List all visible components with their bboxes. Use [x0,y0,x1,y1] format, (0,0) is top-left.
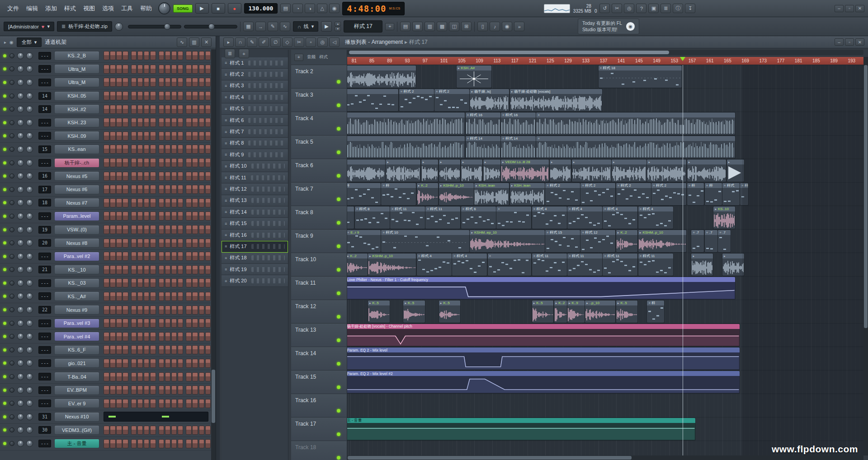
playlist-clip[interactable]: ▸ [550,160,571,182]
track-header[interactable]: Track 2 [291,65,347,89]
time-display[interactable]: 4:48:00 M:S:CS [342,2,405,15]
track-led[interactable] [337,291,340,295]
channel-volume-knob[interactable] [26,132,33,139]
step-cell[interactable] [205,105,211,114]
step-cell[interactable] [150,172,156,181]
playlist-clip[interactable]: ≡样式 4 [603,207,637,229]
channel-mute-button[interactable] [9,187,14,192]
channel-pan-knob[interactable] [17,132,24,139]
step-cell[interactable] [178,158,184,167]
playlist-clip[interactable]: ▸K..2 [554,300,567,323]
step-cell[interactable] [110,372,116,381]
channel-pan-knob[interactable] [17,413,24,420]
typing-keyboard-icon[interactable]: ▤ [280,4,291,13]
channel-led[interactable] [3,174,6,178]
step-cell[interactable] [205,439,211,448]
step-cell[interactable] [110,345,116,354]
channel-volume-knob[interactable] [26,266,33,273]
track-header[interactable]: Track 10 [291,253,347,277]
step-cell[interactable] [178,198,184,207]
step-cell[interactable] [137,198,143,207]
channel-led[interactable] [3,335,6,338]
step-cell[interactable] [199,319,205,328]
step-cell[interactable] [178,91,184,100]
channel-button[interactable]: EV..BPM [54,385,99,395]
playlist-clip[interactable]: ▸KSHM..ep_10 [470,230,544,252]
step-cell[interactable] [110,319,116,328]
step-cell[interactable] [123,439,128,448]
step-cell[interactable] [186,385,192,394]
channel-button[interactable]: Nexus #10 [54,412,99,422]
step-cell[interactable] [192,131,198,141]
step-cell[interactable] [159,439,165,448]
scissors-icon[interactable]: ✂ [612,4,622,13]
step-cell[interactable] [159,265,165,274]
step-cell[interactable] [192,252,198,261]
step-cell[interactable] [171,265,177,274]
playlist-clip[interactable]: ▸ [386,160,420,182]
step-cell[interactable] [104,385,109,394]
step-cell[interactable] [150,158,156,167]
step-cell[interactable] [144,172,150,181]
playlist-clip[interactable]: ≡样式 12 [580,230,615,252]
channel-volume-knob[interactable] [26,119,33,126]
step-cell[interactable] [123,385,128,394]
step-cell[interactable] [159,105,165,114]
step-cell[interactable] [150,372,156,381]
track-header[interactable]: Track 5 [291,136,347,159]
step-cell[interactable] [144,265,150,274]
step-cell[interactable] [110,332,116,341]
step-cell[interactable] [137,118,143,127]
master-volume-slider[interactable] [128,25,181,28]
pattern-item[interactable]: ≡样式 20 [222,275,288,286]
pattern-item[interactable]: ≡样式 2 [222,69,288,80]
channel-button[interactable]: gio..021 [54,358,99,368]
step-cell[interactable] [165,185,171,194]
track-led[interactable] [337,244,340,248]
step-cell[interactable] [199,252,205,261]
step-cell[interactable] [123,198,128,207]
step-cell[interactable] [159,278,165,287]
detach-icon[interactable]: ◉ [9,40,14,45]
playlist-vertical-scrollbar[interactable] [863,57,868,455]
step-cell[interactable] [159,198,165,207]
step-cell[interactable] [165,78,171,87]
step-cell[interactable] [159,91,165,100]
step-cell[interactable] [192,372,198,381]
step-cell[interactable] [178,265,184,274]
step-cell[interactable] [199,78,205,87]
step-cell[interactable] [150,225,156,234]
step-cell[interactable] [178,131,184,141]
step-cell[interactable] [123,118,128,127]
step-cell[interactable] [144,51,150,60]
track-header[interactable]: Track 12 [291,300,347,324]
step-cell[interactable] [165,426,171,435]
plugin-picker-icon[interactable]: ⊞ [461,22,472,31]
step-cell[interactable] [116,319,122,328]
song-mode-led[interactable]: SONG [173,5,193,13]
playlist-maximize-button[interactable]: ▫ [845,38,854,46]
step-cell[interactable] [199,131,205,141]
step-cell[interactable] [186,78,192,87]
channel-button[interactable]: KSH..23 [54,118,99,127]
step-cell[interactable] [110,399,116,408]
channel-mute-button[interactable] [9,174,14,178]
playlist-clip[interactable]: ≡ [536,136,735,158]
step-cell[interactable] [186,118,192,127]
playlist-clip[interactable]: ▸K..5 [532,300,554,323]
step-cell[interactable] [186,265,192,274]
step-cell[interactable] [192,225,198,234]
step-cell[interactable] [205,265,211,274]
pattern-item[interactable]: ≡样式 11 [222,172,288,183]
channel-pan-knob[interactable] [17,119,24,126]
step-cell[interactable] [159,252,165,261]
channel-volume-knob[interactable] [26,106,33,113]
track-led[interactable] [337,268,340,272]
channel-pan-knob[interactable] [17,186,24,193]
step-cell[interactable] [159,78,165,87]
step-cell[interactable] [116,265,122,274]
step-cell[interactable] [165,399,171,408]
step-cell[interactable] [104,225,109,234]
channel-volume-knob[interactable] [26,160,33,166]
step-cell[interactable] [199,372,205,381]
